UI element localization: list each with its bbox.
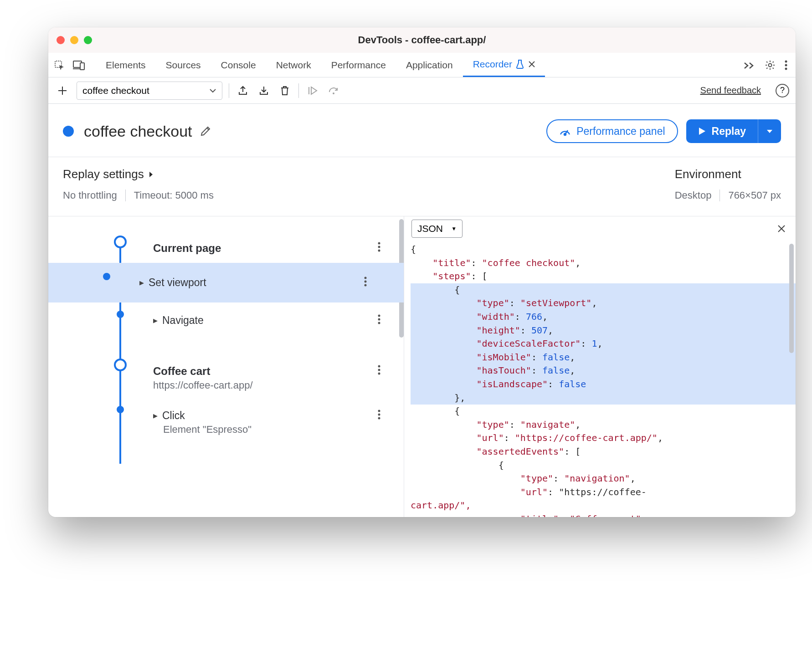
step-play-icon[interactable] (305, 83, 320, 98)
recorder-actionbar: coffee checkout Send feedback ? (48, 77, 796, 104)
settings-gear-icon[interactable] (760, 53, 780, 77)
timeline-section-current-page[interactable]: Current page (62, 234, 404, 263)
tab-sources[interactable]: Sources (156, 53, 211, 77)
performance-panel-button[interactable]: Performance panel (546, 119, 678, 143)
svg-point-28 (378, 318, 380, 321)
separator (298, 83, 299, 98)
svg-point-29 (378, 322, 380, 324)
svg-marker-20 (149, 172, 153, 177)
recording-name: coffee checkout (82, 85, 149, 96)
step-menu-icon[interactable] (356, 277, 375, 287)
tab-elements[interactable]: Elements (96, 53, 156, 77)
chevron-right-icon: ▶ (153, 412, 158, 419)
kebab-menu-icon[interactable] (780, 53, 792, 77)
chevron-right-icon: ▶ (153, 317, 158, 324)
send-feedback-link[interactable]: Send feedback (700, 85, 761, 96)
devtools-tabstrip: Elements Sources Console Network Perform… (48, 53, 796, 77)
timeline-pane: Current page ▶Set viewport ▶Navigate (48, 216, 404, 517)
svg-point-35 (378, 417, 380, 420)
svg-point-25 (365, 281, 367, 283)
timeline-step-click[interactable]: ▶Click Element "Espresso" (62, 400, 404, 446)
settings-row: Replay settings No throttling Timeout: 5… (48, 157, 796, 216)
devtools-window: DevTools - coffee-cart.app/ Elements Sou… (48, 27, 796, 517)
window-title: DevTools - coffee-cart.app/ (48, 34, 796, 46)
recording-header: coffee checkout Performance panel Replay (48, 104, 796, 157)
more-tabs-icon[interactable] (739, 53, 760, 77)
json-code[interactable]: { "title": "coffee checkout", "steps": [… (404, 241, 796, 517)
step-menu-icon[interactable] (370, 410, 388, 420)
svg-marker-14 (311, 87, 317, 94)
env-device: Desktop (675, 190, 712, 201)
chevron-down-icon (209, 88, 216, 93)
timeout-label: Timeout: 5000 ms (134, 190, 214, 201)
svg-point-8 (785, 60, 787, 62)
svg-point-15 (333, 92, 334, 94)
replay-button[interactable]: Replay (686, 119, 781, 143)
svg-point-30 (378, 365, 380, 368)
new-recording-button[interactable] (55, 83, 70, 98)
svg-point-32 (378, 373, 380, 375)
replay-dropdown-icon[interactable] (758, 119, 781, 143)
gauge-icon (559, 126, 571, 136)
edit-title-icon[interactable] (200, 125, 211, 137)
svg-rect-3 (80, 63, 84, 70)
svg-point-27 (378, 315, 380, 317)
svg-point-10 (785, 67, 787, 70)
chevron-right-icon (149, 171, 153, 178)
timeline-open-marker-icon (114, 359, 127, 371)
svg-point-33 (378, 410, 380, 412)
titlebar: DevTools - coffee-cart.app/ (48, 27, 796, 53)
svg-point-9 (785, 64, 787, 66)
format-dropdown[interactable]: JSON (411, 220, 463, 238)
svg-point-21 (378, 242, 380, 245)
tab-console[interactable]: Console (211, 53, 266, 77)
play-icon (698, 127, 706, 136)
svg-point-34 (378, 414, 380, 416)
replay-settings-toggle[interactable]: Replay settings (63, 167, 675, 181)
help-icon[interactable]: ? (776, 84, 789, 97)
separator (125, 190, 126, 201)
export-icon[interactable] (236, 83, 250, 98)
import-icon[interactable] (257, 83, 271, 98)
timeline-dot-icon (117, 311, 124, 318)
svg-point-23 (378, 250, 380, 252)
device-toolbar-icon[interactable] (73, 60, 85, 70)
separator (719, 190, 720, 201)
step-menu-icon[interactable] (370, 242, 388, 252)
timeline-dot-icon (117, 406, 124, 413)
delete-icon[interactable] (278, 83, 292, 98)
experiment-flask-icon (516, 60, 524, 69)
timeline-open-marker-icon (114, 236, 127, 248)
tab-application[interactable]: Application (396, 53, 463, 77)
scrollbar[interactable] (789, 244, 794, 353)
svg-point-31 (378, 369, 380, 371)
timeline-section-coffee-cart[interactable]: Coffee cart https://coffee-cart.app/ (62, 357, 404, 400)
env-dimensions: 766×507 px (728, 190, 781, 201)
tab-performance[interactable]: Performance (321, 53, 396, 77)
svg-point-24 (365, 277, 367, 279)
svg-point-26 (365, 284, 367, 287)
inspect-element-icon[interactable] (54, 60, 65, 71)
close-panel-icon[interactable] (775, 222, 788, 236)
tab-network[interactable]: Network (266, 53, 321, 77)
timeline-dot-icon (103, 273, 110, 280)
step-menu-icon[interactable] (370, 365, 388, 375)
timeline-step-navigate[interactable]: ▶Navigate (62, 302, 404, 338)
svg-point-22 (378, 246, 380, 248)
separator (229, 83, 229, 98)
svg-point-17 (564, 133, 566, 135)
tab-recorder[interactable]: Recorder (463, 53, 545, 77)
svg-point-7 (769, 63, 772, 67)
recording-dropdown[interactable]: coffee checkout (77, 82, 222, 100)
step-over-icon[interactable] (326, 83, 341, 98)
split-view: Current page ▶Set viewport ▶Navigate (48, 216, 796, 517)
step-menu-icon[interactable] (370, 314, 388, 324)
json-pane: JSON { "title": "coffee checkout", "step… (404, 216, 796, 517)
throttling-label: No throttling (63, 190, 117, 201)
close-tab-icon[interactable] (529, 61, 535, 67)
environment-title: Environment (675, 167, 781, 181)
svg-marker-19 (767, 130, 772, 133)
timeline-step-set-viewport[interactable]: ▶Set viewport (48, 263, 404, 302)
svg-marker-18 (699, 128, 705, 135)
recording-dot-icon (63, 126, 74, 137)
